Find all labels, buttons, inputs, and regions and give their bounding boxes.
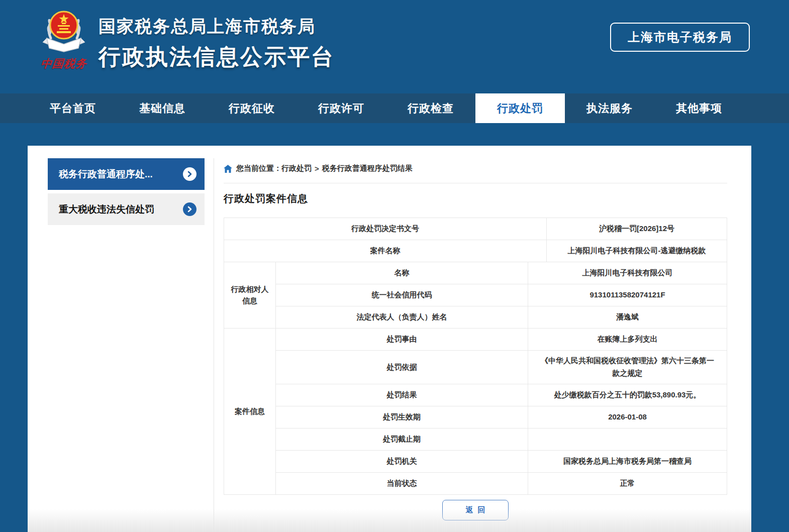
table-group-counterpart-info: 行政相对人信息 名称 上海阳川电子科技有限公司 统一社会信用代码 9131011… [224,262,727,329]
table-label: 处罚结果 [276,384,528,406]
button-row: 返回 [224,494,727,525]
table-value: 《中华人民共和国税收征收管理法》第六十三条第一款之规定 [528,351,727,384]
sidebar: 税务行政普通程序处... 重大税收违法失信处罚 [48,158,205,229]
table-value: 沪税稽一罚[2026]12号 [547,218,727,240]
table-row: 处罚结果 处少缴税款百分之五十的罚款53,890.93元。 [276,384,727,406]
sidebar-item-major-violation[interactable]: 重大税收违法失信处罚 [48,193,205,225]
nav-item-enforcement-service[interactable]: 执法服务 [565,93,654,123]
breadcrumb: 您当前位置： 行政处罚 > 税务行政普通程序处罚结果 [224,164,413,173]
breadcrumb-current[interactable]: 税务行政普通程序处罚结果 [322,164,413,173]
table-label: 统一社会信用代码 [276,284,528,306]
nav-item-penalty[interactable]: 行政处罚 [475,93,565,123]
nav-item-other[interactable]: 其他事项 [654,93,744,123]
table-label: 法定代表人（负责人）姓名 [276,306,528,328]
table-value [528,429,727,450]
nav-item-home[interactable]: 平台首页 [28,93,118,123]
table-row: 统一社会信用代码 91310113582074121F [276,284,727,306]
page-title: 行政处罚案件信息 [224,192,308,205]
header-titles: 国家税务总局上海市税务局 行政执法信息公示平台 [98,15,335,72]
nav-item-inspection[interactable]: 行政检查 [386,93,475,123]
breadcrumb-section[interactable]: 行政处罚 [281,164,312,173]
org-title: 国家税务总局上海市税务局 [98,15,335,38]
table-row: 处罚依据 《中华人民共和国税收征收管理法》第六十三条第一款之规定 [276,351,727,384]
breadcrumb-divider [224,183,727,183]
chevron-right-icon [183,202,196,216]
breadcrumb-prefix: 您当前位置： [236,164,281,173]
site-header: 中国税务 国家税务总局上海市税务局 行政执法信息公示平台 上海市电子税务局 [0,0,789,93]
table-row: 处罚事由 在账簿上多列支出 [276,329,727,351]
nav-item-permit[interactable]: 行政许可 [297,93,386,123]
table-row: 处罚机关 国家税务总局上海市税务局第一稽查局 [276,451,727,473]
table-label: 处罚生效期 [276,406,528,428]
table-row: 行政处罚决定书文号 沪税稽一罚[2026]12号 [224,218,727,240]
table-group-case-info: 案件信息 处罚事由 在账簿上多列支出 处罚依据 《中华人民共和国税收征收管理法》… [224,329,727,494]
sidebar-item-ordinary-penalty[interactable]: 税务行政普通程序处... [48,158,205,190]
table-group-label: 案件信息 [224,329,276,494]
table-label: 处罚事由 [276,329,528,350]
table-label: 行政处罚决定书文号 [224,218,547,240]
table-value: 国家税务总局上海市税务局第一稽查局 [528,451,727,472]
table-row: 当前状态 正常 [276,473,727,494]
nav-item-collection[interactable]: 行政征收 [207,93,297,123]
table-row: 名称 上海阳川电子科技有限公司 [276,262,727,284]
table-label: 处罚截止期 [276,429,528,450]
table-value: 正常 [528,473,727,494]
table-value: 上海阳川电子科技有限公司 [528,262,727,284]
table-row: 处罚生效期 2026-01-08 [276,406,727,429]
breadcrumb-separator: > [315,164,319,173]
table-value: 在账簿上多列支出 [528,329,727,350]
table-value: 2026-01-08 [528,406,727,428]
chevron-right-icon [183,167,196,181]
sidebar-content-divider [214,158,214,532]
logo-caption: 中国税务 [30,56,97,71]
table-value: 潘逸斌 [528,306,727,328]
sidebar-item-label: 税务行政普通程序处... [59,168,178,181]
table-label: 案件名称 [224,240,547,262]
nav-item-basic-info[interactable]: 基础信息 [118,93,207,123]
table-label: 名称 [276,262,528,284]
national-emblem-icon [36,7,92,55]
table-label: 当前状态 [276,473,528,494]
sidebar-item-label: 重大税收违法失信处罚 [59,203,178,216]
table-value: 处少缴税款百分之五十的罚款53,890.93元。 [528,384,727,406]
back-button[interactable]: 返回 [442,500,509,520]
tax-bureau-logo: 中国税务 [31,7,96,77]
table-label: 处罚依据 [276,351,528,384]
table-value: 91310113582074121F [528,284,727,306]
table-group-label: 行政相对人信息 [224,262,276,328]
home-icon [224,165,232,173]
table-row: 处罚截止期 [276,429,727,451]
table-row: 法定代表人（负责人）姓名 潘逸斌 [276,306,727,328]
table-value: 上海阳川电子科技有限公司-逃避缴纳税款 [547,240,727,262]
case-info-table: 行政处罚决定书文号 沪税稽一罚[2026]12号 案件名称 上海阳川电子科技有限… [224,218,727,495]
main-nav: 平台首页 基础信息 行政征收 行政许可 行政检查 行政处罚 执法服务 其他事项 [0,93,789,123]
table-label: 处罚机关 [276,451,528,472]
e-tax-portal-button[interactable]: 上海市电子税务局 [610,23,750,52]
platform-title: 行政执法信息公示平台 [98,42,335,72]
content-panel: 税务行政普通程序处... 重大税收违法失信处罚 您当前位置： 行政处罚 > 税务… [28,146,751,532]
table-row: 案件名称 上海阳川电子科技有限公司-逃避缴纳税款 [224,240,727,262]
